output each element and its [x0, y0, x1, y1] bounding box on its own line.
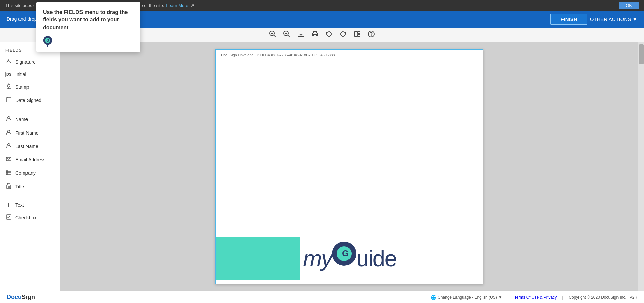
footer-separator-1: | — [508, 295, 509, 300]
last-name-icon — [5, 143, 12, 150]
field-initial[interactable]: DS Initial — [0, 69, 60, 80]
checkbox-icon — [5, 214, 12, 221]
globe-icon: 🌐 — [431, 295, 436, 300]
svg-rect-9 — [355, 31, 357, 37]
field-company-label: Company — [15, 170, 36, 176]
document-logo-area: my G uide — [216, 233, 483, 284]
field-stamp[interactable]: Stamp — [0, 80, 60, 94]
title-icon — [5, 183, 12, 190]
svg-rect-8 — [313, 35, 317, 36]
tooltip-text: Use the FIELDS menu to drag the fields y… — [43, 9, 133, 31]
zoom-out-button[interactable] — [281, 29, 292, 41]
main-area: FIELDS Signature DS Initial — [0, 42, 644, 291]
field-first-name[interactable]: First Name — [0, 126, 60, 140]
company-icon — [5, 169, 12, 177]
svg-point-14 — [7, 84, 10, 87]
help-button[interactable] — [366, 29, 377, 41]
envelope-id: DocuSign Envelope ID: DFC43B87-7736-4BA8… — [216, 50, 483, 60]
language-text: Change Language - English (US) — [438, 295, 497, 300]
field-first-name-label: First Name — [15, 130, 38, 136]
rotate-cw-button[interactable] — [337, 29, 349, 41]
learn-more-link[interactable]: Learn More — [166, 3, 188, 8]
chevron-down-icon: ▼ — [632, 16, 637, 22]
initial-icon: DS — [5, 72, 12, 77]
copyright-text: Copyright © 2020 DocuSign Inc. | V2R — [569, 295, 637, 300]
date-signed-icon — [5, 97, 12, 104]
zoom-in-button[interactable] — [267, 29, 278, 41]
tooltip-popup: Use the FIELDS menu to drag the fields y… — [36, 2, 140, 52]
field-name-label: Name — [15, 117, 28, 122]
finish-button[interactable]: FINISH — [550, 14, 587, 25]
field-stamp-label: Stamp — [15, 84, 29, 90]
field-email-label: Email Address — [15, 157, 45, 162]
document-area: DocuSign Envelope ID: DFC43B87-7736-4BA8… — [60, 42, 638, 291]
download-button[interactable] — [295, 29, 307, 41]
field-date-signed[interactable]: Date Signed — [0, 94, 60, 107]
field-title[interactable]: Title — [0, 180, 60, 193]
other-actions-label: OTHER ACTIONS — [590, 16, 631, 22]
field-last-name[interactable]: Last Name — [0, 140, 60, 153]
svg-rect-26 — [6, 170, 11, 175]
email-icon — [5, 156, 12, 163]
svg-rect-18 — [6, 98, 11, 102]
field-signature-label: Signature — [15, 59, 36, 65]
external-link-icon: ↗ — [191, 3, 194, 8]
footer: DocuSign 🌐 Change Language - English (US… — [0, 291, 644, 303]
language-selector[interactable]: 🌐 Change Language - English (US) ▼ — [431, 295, 502, 300]
svg-rect-11 — [358, 34, 360, 37]
field-date-signed-label: Date Signed — [15, 98, 41, 103]
field-company[interactable]: Company — [0, 166, 60, 180]
name-icon — [5, 116, 12, 123]
scrollbar[interactable] — [638, 42, 644, 291]
first-name-icon — [5, 129, 12, 137]
document-page: DocuSign Envelope ID: DFC43B87-7736-4BA8… — [215, 49, 483, 284]
text-icon: T — [5, 202, 12, 208]
svg-rect-10 — [358, 31, 360, 34]
field-text-label: Text — [15, 202, 24, 208]
stamp-icon — [5, 83, 12, 91]
page-layout-button[interactable] — [352, 29, 363, 41]
svg-text:G: G — [46, 39, 49, 42]
teal-block — [216, 237, 300, 280]
print-button[interactable] — [309, 29, 321, 41]
field-text[interactable]: T Text — [0, 199, 60, 211]
svg-rect-35 — [6, 215, 11, 219]
terms-privacy-link[interactable]: Terms Of Use & Privacy — [514, 295, 557, 300]
sidebar-divider-1 — [0, 110, 60, 110]
field-last-name-label: Last Name — [15, 144, 38, 149]
rotate-ccw-button[interactable] — [323, 29, 335, 41]
field-checkbox-label: Checkbox — [15, 215, 36, 220]
language-chevron: ▼ — [498, 295, 502, 300]
docusign-logo-text: DocuSign — [7, 294, 35, 300]
logo-g-pin-icon: G — [332, 242, 356, 272]
logo-my-text: my — [303, 245, 332, 271]
svg-text:G: G — [342, 248, 349, 258]
field-title-label: Title — [15, 184, 24, 189]
signature-icon — [5, 58, 12, 66]
svg-line-1 — [274, 35, 276, 37]
field-checkbox[interactable]: Checkbox — [0, 211, 60, 224]
footer-separator-2: | — [562, 295, 563, 300]
field-email-address[interactable]: Email Address — [0, 153, 60, 166]
svg-line-5 — [288, 35, 290, 37]
logo-uide-text: uide — [356, 245, 397, 271]
other-actions-button[interactable]: OTHER ACTIONS ▼ — [590, 16, 637, 22]
field-initial-label: Initial — [15, 72, 26, 77]
tooltip-pin-icon: G — [43, 36, 52, 47]
fields-sidebar: FIELDS Signature DS Initial — [0, 42, 60, 291]
tooltip-icon-area: G — [43, 36, 133, 47]
docusign-footer-logo: DocuSign — [7, 294, 35, 301]
myguide-logo: my G uide — [300, 245, 396, 272]
ok-button[interactable]: OK — [619, 2, 639, 9]
field-name[interactable]: Name — [0, 113, 60, 126]
svg-point-13 — [371, 36, 371, 36]
field-signature[interactable]: Signature — [0, 55, 60, 69]
sidebar-divider-2 — [0, 196, 60, 196]
